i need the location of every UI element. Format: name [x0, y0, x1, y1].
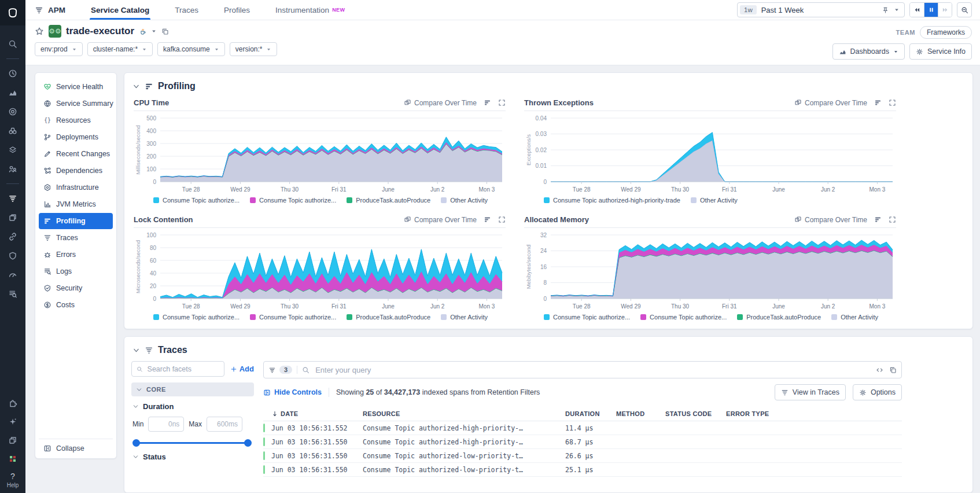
- view-in-traces-button[interactable]: View in Traces: [775, 384, 846, 400]
- sidebar-item-logs[interactable]: Logs: [39, 263, 113, 279]
- tab-traces[interactable]: Traces: [175, 0, 198, 20]
- sidebar-item-service-health[interactable]: Service Health: [39, 79, 113, 95]
- zoom-out-button[interactable]: [957, 2, 972, 17]
- tab-profiles[interactable]: Profiles: [224, 0, 250, 20]
- add-facet-button[interactable]: Add: [230, 365, 254, 373]
- column-header-error-type[interactable]: ERROR TYPE: [726, 410, 902, 417]
- gauge-icon[interactable]: [8, 270, 17, 279]
- legend-item[interactable]: Consume Topic authorize...: [544, 314, 630, 321]
- service-info-button[interactable]: Service Info: [909, 43, 972, 60]
- legend-item[interactable]: Other Activity: [441, 197, 488, 204]
- chart-plot-allocated-memory[interactable]: 08162432Mebibytes/secondTue 28Wed 29Thu …: [524, 230, 896, 311]
- datadog-logo[interactable]: [0, 0, 25, 25]
- live-pause-button[interactable]: [924, 3, 938, 17]
- windows-icon[interactable]: [8, 213, 17, 222]
- sidebar-item-recent-changes[interactable]: Recent Changes: [39, 146, 113, 162]
- bits-icon[interactable]: [8, 454, 17, 463]
- column-header-date[interactable]: DATE: [271, 410, 363, 417]
- facet-search-input[interactable]: [146, 365, 219, 374]
- sidebar-item-infrastructure[interactable]: Infrastructure: [39, 179, 113, 196]
- section-collapse-chevron[interactable]: [132, 347, 140, 354]
- time-range-picker[interactable]: 1w Past 1 Week: [737, 2, 905, 17]
- facet-group-duration[interactable]: Duration: [131, 402, 254, 411]
- table-row[interactable]: Jun 03 10:56:31.550Consume Topic authori…: [263, 449, 902, 463]
- tab-instrumentation[interactable]: InstrumentationNEW: [275, 0, 345, 20]
- duration-max-input[interactable]: [207, 417, 242, 432]
- duration-range-slider[interactable]: [134, 439, 250, 447]
- sidebar-item-costs[interactable]: Costs: [39, 297, 113, 313]
- filter-pill-env-prod[interactable]: env:prod: [35, 42, 83, 56]
- metrics-icon[interactable]: [8, 88, 17, 97]
- legend-item[interactable]: Consume Topic authorized-high-priority-t…: [544, 197, 680, 204]
- compare-over-time-button[interactable]: Compare Over Time: [794, 216, 867, 224]
- column-header-status-code[interactable]: STATUS CODE: [665, 410, 726, 417]
- legend-item[interactable]: ProduceTask.autoProduce: [347, 197, 430, 204]
- duration-min-input[interactable]: [148, 417, 184, 432]
- link-icon[interactable]: [8, 232, 17, 241]
- legend-item[interactable]: Consume Topic authorize...: [250, 314, 336, 321]
- legend-item[interactable]: Other Activity: [691, 197, 738, 204]
- chart-plot-thrown-exceptions[interactable]: 00.010.020.030.04Exceptions/sTue 28Wed 2…: [524, 113, 896, 194]
- compare-over-time-button[interactable]: Compare Over Time: [404, 99, 477, 107]
- sidebar-item-jvm-metrics[interactable]: JVM Metrics: [39, 196, 113, 212]
- chevron-down-icon[interactable]: [151, 28, 157, 34]
- favorite-star-icon[interactable]: [35, 27, 44, 36]
- sidebar-item-service-summary[interactable]: Service Summary: [39, 95, 113, 112]
- section-collapse-chevron[interactable]: [132, 83, 140, 90]
- chart-plot-cpu-time[interactable]: 0100200300400500Milliseconds/secondTue 2…: [134, 113, 506, 194]
- search-icon[interactable]: [8, 39, 17, 49]
- time-back-button[interactable]: [910, 3, 924, 17]
- legend-item[interactable]: Consume Topic authorize...: [153, 314, 240, 321]
- column-header-resource[interactable]: RESOURCE: [363, 410, 565, 417]
- tab-service-catalog[interactable]: Service Catalog: [91, 0, 149, 20]
- copy-query-icon[interactable]: [889, 366, 897, 374]
- legend-item[interactable]: Consume Topic authorize...: [153, 197, 240, 204]
- sidebar-item-resources[interactable]: {}Resources: [39, 112, 113, 128]
- chart-plot-lock-contention[interactable]: 020406080100Microseconds/secondTue 28Wed…: [134, 230, 506, 311]
- collapse-sidebar-button[interactable]: Collapse: [39, 439, 113, 455]
- watchdog-icon[interactable]: [8, 107, 17, 116]
- dashboards-button[interactable]: Dashboards: [832, 43, 905, 60]
- legend-item[interactable]: Consume Topic authorize...: [250, 197, 336, 204]
- sidebar-item-profiling[interactable]: Profiling: [39, 213, 113, 229]
- puzzle-icon[interactable]: [8, 399, 17, 408]
- facet-group-core[interactable]: CORE: [131, 382, 254, 396]
- sidebar-item-traces[interactable]: Traces: [39, 230, 113, 246]
- compare-over-time-button[interactable]: Compare Over Time: [794, 99, 867, 107]
- expand-icon[interactable]: [498, 216, 506, 223]
- sidebar-item-dependencies[interactable]: Dependencies: [39, 163, 113, 179]
- legend-item[interactable]: ProduceTask.autoProduce: [737, 314, 821, 321]
- history-icon[interactable]: [8, 69, 17, 78]
- expand-icon[interactable]: [889, 216, 896, 223]
- profiling-toggle-icon[interactable]: [484, 99, 491, 106]
- table-row[interactable]: Jun 03 10:56:31.550Consume Topic authori…: [263, 435, 902, 449]
- options-button[interactable]: Options: [853, 384, 902, 400]
- copy-icon[interactable]: [161, 28, 169, 35]
- code-view-icon[interactable]: [876, 366, 883, 374]
- compare-over-time-button[interactable]: Compare Over Time: [404, 216, 477, 224]
- profiling-toggle-icon[interactable]: [874, 99, 882, 106]
- table-row[interactable]: Jun 03 10:56:31.552Consume Topic authori…: [263, 421, 902, 435]
- legend-item[interactable]: Other Activity: [831, 314, 878, 321]
- table-row[interactable]: Jun 03 10:56:31.550Consume Topic authori…: [263, 463, 902, 477]
- copy-windows-icon[interactable]: [8, 436, 17, 445]
- time-forward-button[interactable]: [938, 3, 952, 17]
- profiling-toggle-icon[interactable]: [874, 216, 882, 223]
- legend-item[interactable]: Consume Topic authorize...: [640, 314, 727, 321]
- sidebar-item-deployments[interactable]: Deployments: [39, 129, 113, 145]
- log-search-icon[interactable]: [8, 289, 17, 299]
- trace-query-input[interactable]: [314, 365, 871, 375]
- hide-controls-button[interactable]: Hide Controls: [263, 388, 322, 396]
- facet-group-status[interactable]: Status: [131, 452, 254, 461]
- apm-icon[interactable]: [8, 194, 17, 203]
- org-icon[interactable]: [8, 164, 17, 174]
- sidebar-item-security[interactable]: Security: [39, 280, 113, 296]
- column-header-method[interactable]: METHOD: [616, 410, 665, 417]
- slider-handle-min[interactable]: [132, 439, 140, 447]
- profiling-toggle-icon[interactable]: [484, 216, 491, 223]
- query-filter-toggle[interactable]: 3: [268, 366, 297, 374]
- filter-pill-cluster-name-[interactable]: cluster-name:*: [87, 42, 153, 56]
- filter-pill-kafka-consume[interactable]: kafka.consume: [157, 42, 225, 56]
- integrations-icon[interactable]: [8, 145, 17, 154]
- filter-pill-version-[interactable]: version:*: [230, 42, 278, 56]
